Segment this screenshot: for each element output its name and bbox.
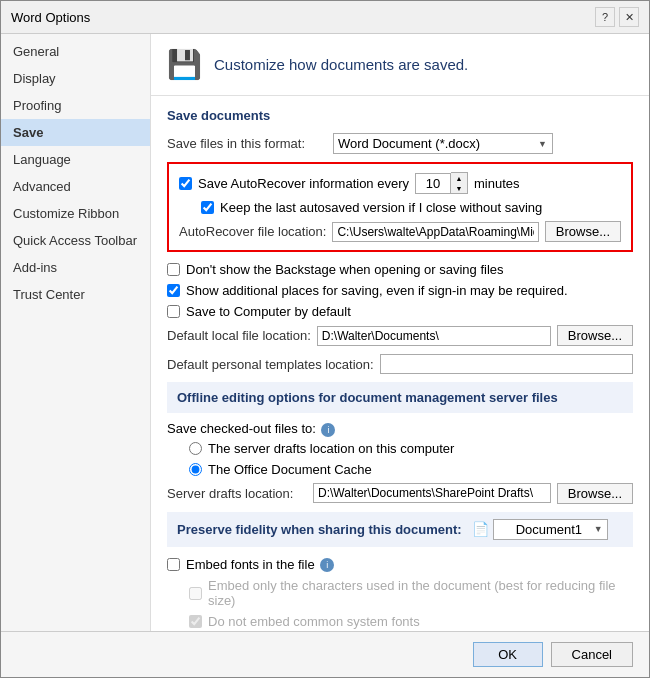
sidebar-item-quick-access[interactable]: Quick Access Toolbar xyxy=(1,227,150,254)
save-to-computer-row: Save to Computer by default xyxy=(167,304,633,319)
embed-fonts-label: Embed fonts in the file i xyxy=(186,557,334,573)
default-templates-label: Default personal templates location: xyxy=(167,357,374,372)
default-local-browse-button[interactable]: Browse... xyxy=(557,325,633,346)
backstage-row: Don't show the Backstage when opening or… xyxy=(167,262,633,277)
no-common-fonts-row: Do not embed common system fonts xyxy=(167,614,633,629)
default-templates-input[interactable] xyxy=(380,354,633,374)
autorecover-location-row: AutoRecover file location: Browse... xyxy=(179,221,621,242)
autorecover-path-input[interactable] xyxy=(332,222,538,242)
embed-fonts-row: Embed fonts in the file i xyxy=(167,557,633,573)
format-label: Save files in this format: xyxy=(167,136,327,151)
content-body: Save documents Save files in this format… xyxy=(151,96,649,631)
server-drafts-input[interactable] xyxy=(313,483,551,503)
server-drafts-label: The server drafts location on this compu… xyxy=(208,441,454,456)
cancel-button[interactable]: Cancel xyxy=(551,642,633,667)
autorecover-checkbox[interactable] xyxy=(179,177,192,190)
minutes-label: minutes xyxy=(474,176,520,191)
sidebar: General Display Proofing Save Language A… xyxy=(1,34,151,631)
format-row: Save files in this format: Word Document… xyxy=(167,133,633,154)
office-cache-label: The Office Document Cache xyxy=(208,462,372,477)
help-button[interactable]: ? xyxy=(595,7,615,27)
save-to-computer-label: Save to Computer by default xyxy=(186,304,351,319)
embed-chars-checkbox xyxy=(189,587,202,600)
default-local-label: Default local file location: xyxy=(167,328,311,343)
preserve-select-wrapper: 📄 Document1 ▼ xyxy=(468,519,621,540)
dialog-title: Word Options xyxy=(11,10,90,25)
autorecover-minutes-input[interactable] xyxy=(415,173,451,194)
keep-last-checkbox[interactable] xyxy=(201,201,214,214)
spinner-buttons: ▲ ▼ xyxy=(451,172,468,194)
default-local-input[interactable] xyxy=(317,326,551,346)
autorecover-spinner: ▲ ▼ xyxy=(415,172,468,194)
autorecover-highlight-box: Save AutoRecover information every ▲ ▼ m… xyxy=(167,162,633,252)
sidebar-item-save[interactable]: Save xyxy=(1,119,150,146)
autorecover-location-label: AutoRecover file location: xyxy=(179,224,326,239)
embed-chars-label: Embed only the characters used in the do… xyxy=(208,578,633,608)
save-checked-row: Save checked-out files to: i xyxy=(167,421,633,437)
header-title: Customize how documents are saved. xyxy=(214,56,468,73)
title-bar-icons: ? ✕ xyxy=(595,7,639,27)
backstage-checkbox[interactable] xyxy=(167,263,180,276)
radio-office-cache-row: The Office Document Cache xyxy=(167,462,633,477)
autorecover-browse-button[interactable]: Browse... xyxy=(545,221,621,242)
save-checked-label: Save checked-out files to: i xyxy=(167,421,335,437)
additional-places-label: Show additional places for saving, even … xyxy=(186,283,568,298)
sidebar-item-display[interactable]: Display xyxy=(1,65,150,92)
additional-places-checkbox[interactable] xyxy=(167,284,180,297)
title-bar: Word Options ? ✕ xyxy=(1,1,649,34)
spinner-up-button[interactable]: ▲ xyxy=(451,173,467,183)
no-common-fonts-checkbox xyxy=(189,615,202,628)
save-to-computer-checkbox[interactable] xyxy=(167,305,180,318)
info-icon-embed-fonts[interactable]: i xyxy=(320,558,334,572)
offline-section-title: Offline editing options for document man… xyxy=(167,382,633,413)
server-drafts-radio[interactable] xyxy=(189,442,202,455)
radio-server-drafts-row: The server drafts location on this compu… xyxy=(167,441,633,456)
format-select-wrapper: Word Document (*.docx) Word 97-2003 Docu… xyxy=(333,133,553,154)
preserve-label: Preserve fidelity when sharing this docu… xyxy=(177,522,462,537)
title-bar-left: Word Options xyxy=(11,10,90,25)
sidebar-item-proofing[interactable]: Proofing xyxy=(1,92,150,119)
autorecover-checkbox-row: Save AutoRecover information every ▲ ▼ m… xyxy=(179,172,621,194)
sidebar-item-addins[interactable]: Add-ins xyxy=(1,254,150,281)
additional-places-row: Show additional places for saving, even … xyxy=(167,283,633,298)
sidebar-item-customize-ribbon[interactable]: Customize Ribbon xyxy=(1,200,150,227)
default-templates-row: Default personal templates location: xyxy=(167,354,633,374)
sidebar-item-advanced[interactable]: Advanced xyxy=(1,173,150,200)
save-icon: 💾 xyxy=(167,48,202,81)
server-drafts-browse-button[interactable]: Browse... xyxy=(557,483,633,504)
format-select[interactable]: Word Document (*.docx) Word 97-2003 Docu… xyxy=(333,133,553,154)
dialog-footer: OK Cancel xyxy=(1,631,649,677)
dialog-body: General Display Proofing Save Language A… xyxy=(1,34,649,631)
default-local-row: Default local file location: Browse... xyxy=(167,325,633,346)
keep-last-row: Keep the last autosaved version if I clo… xyxy=(179,200,621,215)
spinner-down-button[interactable]: ▼ xyxy=(451,183,467,193)
server-drafts-location-row: Server drafts location: Browse... xyxy=(167,483,633,504)
autorecover-label: Save AutoRecover information every xyxy=(198,176,409,191)
sidebar-item-general[interactable]: General xyxy=(1,38,150,65)
document-select[interactable]: Document1 xyxy=(493,519,608,540)
ok-button[interactable]: OK xyxy=(473,642,543,667)
backstage-label: Don't show the Backstage when opening or… xyxy=(186,262,504,277)
document-icon: 📄 xyxy=(472,521,489,537)
word-options-dialog: Word Options ? ✕ General Display Proofin… xyxy=(0,0,650,678)
office-cache-radio[interactable] xyxy=(189,463,202,476)
server-drafts-location-label: Server drafts location: xyxy=(167,486,307,501)
close-button[interactable]: ✕ xyxy=(619,7,639,27)
info-icon-save-checked[interactable]: i xyxy=(321,423,335,437)
sidebar-item-trust-center[interactable]: Trust Center xyxy=(1,281,150,308)
sidebar-item-language[interactable]: Language xyxy=(1,146,150,173)
no-common-fonts-label: Do not embed common system fonts xyxy=(208,614,420,629)
save-documents-title: Save documents xyxy=(167,108,633,123)
keep-last-label: Keep the last autosaved version if I clo… xyxy=(220,200,542,215)
content-header: 💾 Customize how documents are saved. xyxy=(151,34,649,96)
embed-fonts-checkbox[interactable] xyxy=(167,558,180,571)
main-content: 💾 Customize how documents are saved. Sav… xyxy=(151,34,649,631)
preserve-section: Preserve fidelity when sharing this docu… xyxy=(167,512,633,547)
embed-chars-row: Embed only the characters used in the do… xyxy=(167,578,633,608)
